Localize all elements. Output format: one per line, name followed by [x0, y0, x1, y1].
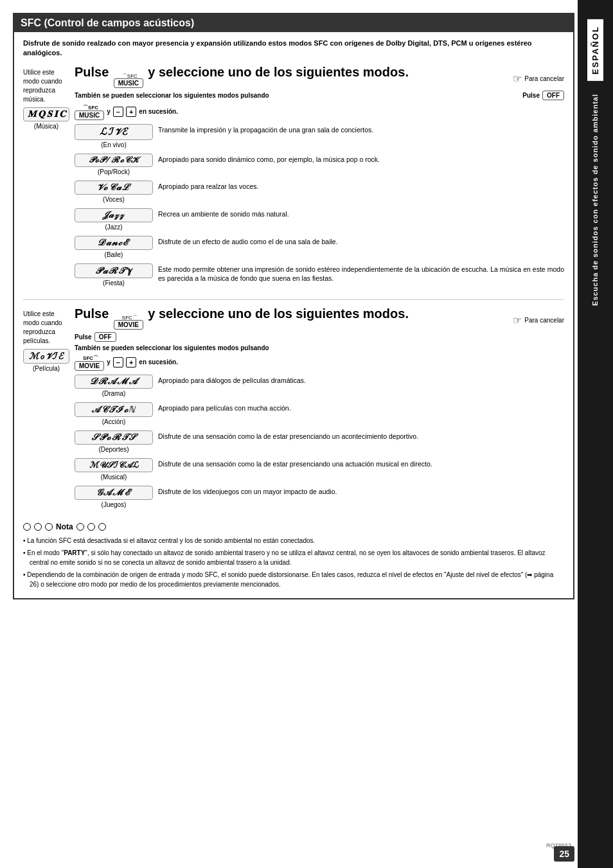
dance-desc: Disfrute de un efecto de audio como el d… [158, 236, 564, 247]
dance-label-col: 𝒟𝒶𝓃𝒸ℰ (Baile) [75, 236, 158, 258]
note-circle-1 [23, 523, 31, 531]
music-y-label: y [107, 108, 111, 115]
movie-tambien-row: También se pueden seleccionar los siguie… [75, 344, 564, 351]
game-label-col: 𝒢𝒜ℳℰ (Juegos) [75, 486, 158, 508]
note-bullet-2: • En el modo "PARTY", si sólo hay conect… [23, 548, 564, 567]
note-circle-6 [98, 523, 106, 531]
music-mode-vocal: 𝒱ℴ𝒞𝒶ℒ (Voces) Apropiado para realzar las… [75, 181, 564, 203]
note-header: Nota [23, 521, 564, 533]
music-instruction-block: Pulse ⌒SFC MUSIC y seleccione uno de los… [75, 65, 564, 88]
sidebar-espanol-label: ESPAÑOL [587, 19, 603, 81]
party-desc: Este modo permite obtener una impresión … [158, 263, 564, 283]
right-sidebar: ESPAÑOL Escucha de sonidos con efectos d… [578, 0, 613, 868]
movie-pulse-line: Pulse SFC⌒ MOVIE y seleccione uno de los… [75, 306, 409, 330]
music-next-btn[interactable]: + [126, 107, 136, 117]
note-circle-3 [45, 523, 53, 531]
movie-sfc-controls-badge: SFC⌒ MOVIE [75, 354, 104, 371]
movie-prev-btn[interactable]: – [113, 357, 123, 368]
music-mode-badge: 𝐌𝐐𝐒𝐈𝐂 (Música) [23, 107, 69, 130]
note-section: Nota • La función SFC está desactivada s… [23, 521, 564, 589]
music-pulse-word: Pulse [75, 65, 109, 79]
music-tambien-row: También se pueden seleccionar los siguie… [75, 91, 564, 100]
sfc-arc-label: ⌒SFC [122, 73, 138, 80]
movie-utilice-col: Utilice este modo cuando reproduzca pelí… [23, 306, 75, 513]
note-circle-2 [34, 523, 42, 531]
jazz-desc: Recrea un ambiente de sonido más natural… [158, 208, 564, 219]
movie-utilice-text: Utilice este modo cuando reproduzca pelí… [23, 310, 69, 346]
music-tambien-left: También se pueden seleccionar los siguie… [75, 92, 269, 99]
vocal-desc: Apropiado para realzar las voces. [158, 181, 564, 191]
music-display: 𝐌𝐐𝐒𝐈𝐂 [23, 107, 69, 121]
sidebar-escucha-label: Escucha de sonidos con efectos de sonido… [587, 87, 603, 312]
movie-instruction-block: Pulse SFC⌒ MOVIE y seleccione uno de los… [75, 306, 564, 330]
music-label: (Música) [23, 123, 69, 130]
cancelar-icon: ☞ [513, 73, 522, 85]
note-bullet-3: • Dependiendo de la combinación de orige… [23, 570, 564, 589]
sports-display: 𝒮𝒫ℴℛ𝒯𝒮 [75, 430, 153, 445]
movie-next-btn[interactable]: + [126, 357, 136, 368]
musical-label-col: ℳ𝒰𝒮ℐ𝒞𝒜ℒ (Musical) [75, 458, 158, 481]
music-seleccione-text: y seleccione uno de los siguientes modos… [148, 65, 409, 79]
movie-mode-inline-badge: MOVIE [114, 320, 143, 330]
jazz-display: 𝒥𝒶𝓏𝓏 [75, 208, 153, 222]
vocal-display: 𝒱ℴ𝒞𝒶ℒ [75, 181, 153, 195]
music-off-badge: OFF [542, 91, 564, 100]
game-desc: Disfrute de los videojuegos con un mayor… [158, 486, 564, 497]
sports-desc: Disfrute de una sensación como la de est… [158, 430, 564, 441]
drama-name: (Drama) [75, 390, 153, 397]
music-modes-list: ℒℐ𝒱ℰ (En vivo) Transmite la impresión y … [75, 124, 564, 287]
music-utilice-col: Utilice este modo cuando reproduzca músi… [23, 65, 75, 292]
live-display: ℒℐ𝒱ℰ [75, 124, 153, 140]
music-mode-party: 𝒫𝒶ℛ𝒯ℽ (Fiesta) Este modo permite obtener… [75, 263, 564, 287]
movie-en-sucesion: en sucesión. [139, 359, 178, 366]
movie-sfc-arc-label: SFC⌒ [122, 314, 138, 321]
movie-label: (Película) [23, 365, 69, 372]
movie-mode-sports: 𝒮𝒫ℴℛ𝒯𝒮 (Deportes) Disfrute de una sensac… [75, 430, 564, 453]
live-desc: Transmite la impresión y la propagación … [158, 124, 564, 135]
note-bullet-1: • La función SFC está desactivada si el … [23, 536, 564, 545]
page-number: 25 [554, 846, 574, 862]
movie-pulse-off-label: Pulse [75, 333, 92, 341]
note-circle-5 [87, 523, 95, 531]
music-para-cancelar: ☞ Para cancelar [513, 67, 564, 85]
jazz-name: (Jazz) [75, 224, 153, 231]
poprock-display: 𝒫ℴ𝒫/ℛℴ𝒞𝒦 [75, 154, 153, 167]
musical-display: ℳ𝒰𝒮ℐ𝒞𝒜ℒ [75, 458, 153, 472]
movie-y-label: y [107, 359, 111, 366]
music-mode-poprock: 𝒫ℴ𝒫/ℛℴ𝒞𝒦 (Pop/Rock) Apropiado para sonid… [75, 154, 564, 175]
main-title: SFC (Control de campos acústicos) [14, 14, 573, 32]
movie-pulse-word: Pulse [75, 306, 109, 321]
movie-seleccione-text: y seleccione uno de los siguientes modos… [148, 306, 409, 321]
main-box: SFC (Control de campos acústicos) Disfru… [13, 13, 574, 599]
musical-desc: Disfrute de una sensación como la de est… [158, 458, 564, 469]
live-name: (En vivo) [75, 141, 153, 148]
movie-sfc-badge-group: SFC⌒ MOVIE [114, 313, 143, 330]
intro-text: Disfrute de sonido realzado con mayor pr… [23, 39, 564, 58]
jazz-label-col: 𝒥𝒶𝓏𝓏 (Jazz) [75, 208, 158, 231]
game-name: (Juegos) [75, 501, 153, 508]
vocal-label-col: 𝒱ℴ𝒞𝒶ℒ (Voces) [75, 181, 158, 203]
drama-display: 𝒟ℛ𝒜ℳ𝒜 [75, 375, 153, 389]
music-cancelar-text: Para cancelar [524, 75, 564, 82]
movie-pulse-off-row: Pulse OFF [75, 332, 564, 342]
drama-desc: Apropiado para diálogos de películas dra… [158, 375, 564, 385]
movie-section: Utilice este modo cuando reproduzca pelí… [23, 306, 564, 513]
action-name: (Acción) [75, 418, 153, 425]
action-display: 𝒜𝒞𝒯ℐℴℕ [75, 402, 153, 417]
party-display: 𝒫𝒶ℛ𝒯ℽ [75, 263, 153, 278]
music-en-sucesion: en sucesión. [139, 108, 178, 115]
vocal-name: (Voces) [75, 196, 153, 203]
music-utilice-text: Utilice este modo cuando reproduzca músi… [23, 68, 69, 104]
sports-label-col: 𝒮𝒫ℴℛ𝒯𝒮 (Deportes) [75, 430, 158, 453]
movie-mode-musical: ℳ𝒰𝒮ℐ𝒞𝒜ℒ (Musical) Disfrute de una sensac… [75, 458, 564, 481]
music-tambien-text: También se pueden seleccionar los siguie… [75, 92, 269, 99]
music-prev-btn[interactable]: – [113, 107, 123, 117]
movie-sfc-controls-arc: SFC⌒ [83, 355, 98, 362]
movie-mode-drama: 𝒟ℛ𝒜ℳ𝒜 (Drama) Apropiado para diálogos de… [75, 375, 564, 397]
movie-tambien-text: También se pueden seleccionar los siguie… [75, 344, 269, 351]
movie-display: ℳℴ𝒱ℐℰ [23, 349, 69, 364]
movie-instruction-top: Pulse SFC⌒ MOVIE y seleccione uno de los… [75, 306, 564, 330]
poprock-desc: Apropiado para sonido dinámico como, por… [158, 154, 564, 164]
page-container: SFC (Control de campos acústicos) Disfru… [0, 0, 613, 868]
action-label-col: 𝒜𝒞𝒯ℐℴℕ (Acción) [75, 402, 158, 425]
